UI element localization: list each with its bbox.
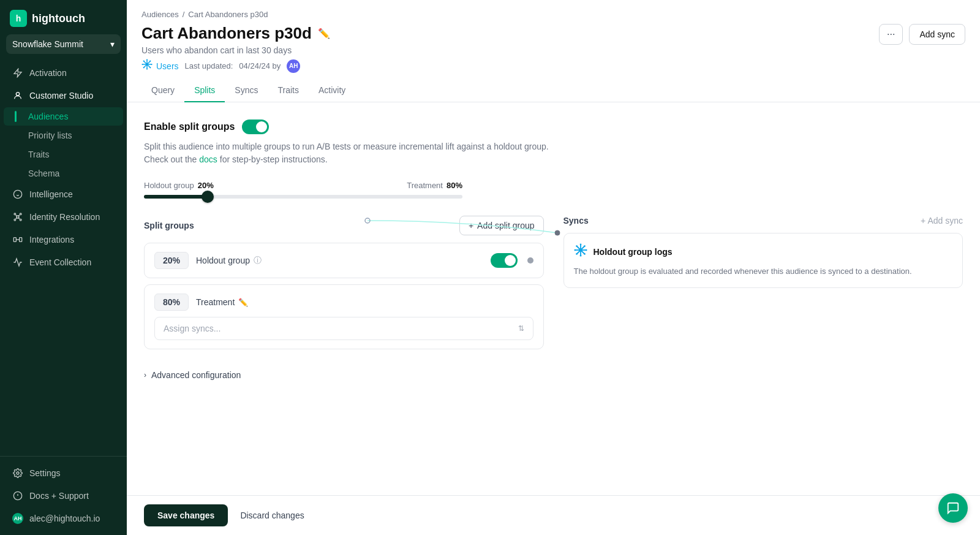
syncs-label: Syncs <box>564 216 589 226</box>
tab-activity[interactable]: Activity <box>309 79 355 102</box>
slider-section: Holdout group 20% Treatment 80% <box>144 181 963 199</box>
svg-rect-8 <box>20 238 22 242</box>
svg-point-9 <box>17 472 19 474</box>
last-updated-value: 04/24/24 by <box>239 61 281 70</box>
holdout-info-icon[interactable]: ⓘ <box>254 255 262 266</box>
sidebar-item-user[interactable]: AH alec@hightouch.io <box>4 507 123 529</box>
svg-point-19 <box>151 64 152 65</box>
sync-card-description: The holdout group is evaluated and recor… <box>574 265 953 278</box>
sidebar-label-integrations: Integrations <box>29 235 74 245</box>
svg-point-3 <box>14 213 16 215</box>
chat-bubble[interactable] <box>938 493 968 523</box>
page-title: Cart Abandoners p30d <box>141 24 312 43</box>
nav-section: Activation Customer Studio Audiences Pri… <box>0 59 127 456</box>
sidebar-label-audiences: Audiences <box>28 112 68 121</box>
chat-icon <box>946 501 960 515</box>
breadcrumb-parent[interactable]: Audiences <box>141 10 179 19</box>
user-avatar-small: AH <box>12 513 23 524</box>
splits-syncs-section: Split groups + Add split group 20% Holdo… <box>144 216 963 355</box>
page-header: Cart Abandoners p30d ✏️ Users who abando… <box>141 24 965 55</box>
customer-studio-subnav: Audiences Priority lists Traits Schema <box>0 107 127 183</box>
sidebar-item-schema[interactable]: Schema <box>4 164 123 183</box>
holdout-percent: 20% <box>154 252 189 269</box>
sidebar: h hightouch Snowflake Summit ▾ Activatio… <box>0 0 127 535</box>
enable-splits-description: Split this audience into multiple groups… <box>144 140 573 166</box>
tab-query[interactable]: Query <box>141 79 184 102</box>
sync-card-holdout-logs: Holdout group logs The holdout group is … <box>564 233 963 288</box>
syncs-header: Syncs + Add sync <box>564 216 963 226</box>
treatment-percent: 80% <box>154 294 189 311</box>
docs-icon <box>12 490 23 501</box>
sidebar-item-audiences[interactable]: Audiences <box>4 107 123 126</box>
svg-point-35 <box>576 245 578 247</box>
sidebar-label-intelligence: Intelligence <box>29 189 73 199</box>
sidebar-item-identity-resolution[interactable]: Identity Resolution <box>4 206 123 228</box>
workspace-name: Snowflake Summit <box>12 39 83 49</box>
svg-point-18 <box>141 64 143 65</box>
assign-syncs-dropdown[interactable]: Assign syncs... ⇅ <box>154 317 533 340</box>
treatment-label: Treatment 80% <box>407 181 462 190</box>
advanced-config-section[interactable]: › Advanced configuration <box>144 370 963 380</box>
sync-card-name: Holdout group logs <box>594 247 673 257</box>
sidebar-item-integrations[interactable]: Integrations <box>4 229 123 251</box>
more-options-button[interactable]: ··· <box>879 24 903 45</box>
treatment-label-text: Treatment <box>407 181 443 190</box>
add-sync-small-button[interactable]: + Add sync <box>921 216 963 226</box>
tab-traits[interactable]: Traits <box>268 79 308 102</box>
holdout-toggle[interactable] <box>491 253 518 268</box>
holdout-label-text: Holdout group <box>144 181 194 190</box>
tab-splits[interactable]: Splits <box>184 79 225 102</box>
svg-point-34 <box>585 249 587 251</box>
enable-splits-section: Enable split groups <box>144 120 963 134</box>
treatment-card-row: 80% Treatment ✏️ <box>154 294 533 311</box>
holdout-card-row: 20% Holdout group ⓘ <box>154 252 533 269</box>
workspace-selector[interactable]: Snowflake Summit ▾ <box>6 34 121 54</box>
tabs-bar: Query Splits Syncs Traits Activity <box>141 79 965 102</box>
sidebar-item-activation[interactable]: Activation <box>4 62 123 84</box>
edit-title-icon[interactable]: ✏️ <box>318 28 330 39</box>
customer-studio-icon <box>12 90 23 101</box>
topbar: Audiences / Cart Abandoners p30d Cart Ab… <box>127 0 980 102</box>
enable-splits-toggle[interactable] <box>242 120 269 134</box>
svg-point-25 <box>555 230 560 235</box>
holdout-label: Holdout group 20% <box>144 181 214 190</box>
sidebar-item-customer-studio[interactable]: Customer Studio <box>4 85 123 107</box>
slider-thumb[interactable] <box>202 191 214 203</box>
svg-point-1 <box>16 93 19 96</box>
identity-resolution-icon <box>12 211 23 222</box>
sidebar-label-activation: Activation <box>29 68 67 78</box>
sidebar-item-event-collection[interactable]: Event Collection <box>4 251 123 273</box>
content-area: Enable split groups Split this audience … <box>127 102 980 495</box>
add-sync-button[interactable]: Add sync <box>909 24 965 45</box>
treatment-edit-icon[interactable]: ✏️ <box>238 298 248 307</box>
tab-syncs[interactable]: Syncs <box>225 79 268 102</box>
svg-point-20 <box>143 61 145 62</box>
slider-labels: Holdout group 20% Treatment 80% <box>144 181 462 190</box>
page-title-row: Cart Abandoners p30d ✏️ <box>141 24 330 43</box>
svg-point-16 <box>146 59 148 60</box>
breadcrumb-current: Cart Abandoners p30d <box>188 10 268 19</box>
sidebar-item-traits[interactable]: Traits <box>4 145 123 164</box>
docs-link[interactable]: docs <box>199 154 217 164</box>
sidebar-label-event-collection: Event Collection <box>29 257 91 267</box>
sidebar-item-intelligence[interactable]: Intelligence <box>4 183 123 205</box>
sidebar-label-traits: Traits <box>28 150 49 159</box>
sidebar-item-priority-lists[interactable]: Priority lists <box>4 126 123 145</box>
svg-point-33 <box>574 249 576 251</box>
discard-changes-button[interactable]: Discard changes <box>235 504 309 526</box>
sidebar-item-settings[interactable]: Settings <box>4 462 123 484</box>
integrations-icon <box>12 234 23 245</box>
settings-icon <box>12 468 23 479</box>
svg-point-21 <box>149 61 151 62</box>
advanced-config-label: Advanced configuration <box>151 370 241 380</box>
splits-header: Split groups + Add split group <box>144 216 544 235</box>
assign-syncs-placeholder: Assign syncs... <box>164 324 221 333</box>
sidebar-label-identity-resolution: Identity Resolution <box>29 212 100 222</box>
save-changes-button[interactable]: Save changes <box>144 504 228 526</box>
svg-point-17 <box>146 68 148 69</box>
sidebar-item-docs-support[interactable]: Docs + Support <box>4 485 123 507</box>
slider-track[interactable] <box>144 195 462 199</box>
add-split-group-button[interactable]: + Add split group <box>459 216 544 235</box>
split-groups-label: Split groups <box>144 221 194 230</box>
sidebar-label-user: alec@hightouch.io <box>29 514 100 523</box>
